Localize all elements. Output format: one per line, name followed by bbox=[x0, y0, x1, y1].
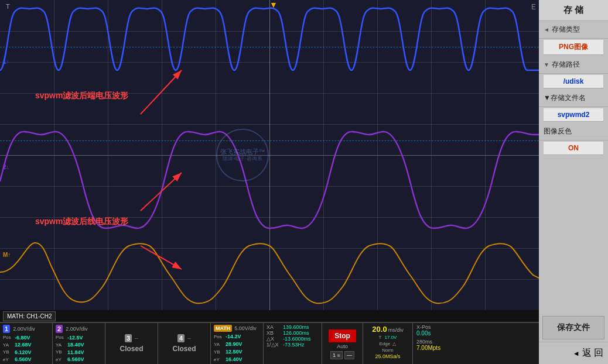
image-reverse-value: ON bbox=[544, 142, 603, 155]
xpos-value: 0.00s bbox=[416, 330, 450, 336]
timebase-unit: ms/div bbox=[388, 327, 404, 333]
ch1-wave-label: svpwm滤波后端电压波形 bbox=[35, 91, 128, 101]
ch2-ya-label: YA bbox=[56, 342, 66, 348]
ch3-number: 3 bbox=[125, 334, 132, 342]
freq-label: 1/△X bbox=[267, 342, 281, 348]
math-ya-value: 28.90V bbox=[226, 341, 242, 347]
ch2-yb-value: 11.84V bbox=[67, 349, 84, 355]
norm-label: Norm bbox=[382, 348, 394, 353]
xa-xb-section: XA 139.600ms XB 126.000ms △X -13.6000ms … bbox=[264, 323, 322, 364]
ch2-yb-label: YB bbox=[56, 349, 66, 355]
save-file-button[interactable]: 保存文件 bbox=[542, 316, 604, 339]
xb-value: 126.000ms bbox=[283, 330, 309, 336]
freq-value: -73.53Hz bbox=[283, 342, 305, 348]
ch1-ya-value: 12.68V bbox=[15, 342, 32, 348]
ch4-measurements: 4 -- Closed bbox=[158, 323, 211, 364]
delta-x-value: -13.6000ms bbox=[283, 336, 311, 342]
ch2-wave-label: svpwm滤波后线电压波形 bbox=[35, 217, 128, 227]
image-reverse-row[interactable]: 图像反色 bbox=[539, 123, 608, 140]
ch2-div: 2.00V/div bbox=[66, 326, 88, 332]
trigger-control: Stop Auto 1 = — bbox=[322, 323, 363, 364]
back-button[interactable]: ◄ 返 回 bbox=[539, 342, 608, 364]
watermark: 张飞实战电子™ 陈涛·电子·咨询系 bbox=[216, 129, 269, 181]
trigger-t-value: 17.0V bbox=[385, 335, 397, 340]
storage-path-label: 存储路径 bbox=[552, 60, 603, 70]
ch1-indicator: 1 = bbox=[330, 351, 343, 359]
ch1-number: 1 bbox=[3, 325, 10, 333]
ch2-pos-value: -12.5V bbox=[67, 335, 83, 341]
ch3-closed: Closed bbox=[119, 345, 143, 353]
ch2-number: 2 bbox=[56, 325, 63, 333]
storage-type-arrow: ◄ bbox=[544, 26, 549, 33]
math-ye-label: eY bbox=[214, 357, 224, 362]
storage-filename-label: ▼存储文件名 bbox=[544, 93, 603, 103]
xa-label: XA bbox=[267, 324, 281, 330]
storage-path-row[interactable]: ▼ 存储路径 bbox=[539, 56, 608, 74]
math-pos-label: Pos bbox=[214, 334, 224, 339]
xpos-lower-value: 7.00Mpts bbox=[416, 345, 450, 351]
xpos-section: X-Pos 0.00s 280ms 7.00Mpts bbox=[413, 323, 454, 364]
ch2-measurements: 2 2.00V/div Pos -12.5V YA 18.40V YB 11.8… bbox=[53, 323, 105, 364]
ch1-ye-label: eY bbox=[3, 357, 13, 362]
scope-screen: ▼ T E svpwm滤波后端电压波形 svpwm滤波后线电压波形 张飞实战电子… bbox=[0, 0, 539, 310]
ch4-number: 4 bbox=[177, 334, 185, 342]
xa-value: 139.600ms bbox=[283, 324, 309, 330]
ch1-ya-label: YA bbox=[3, 342, 13, 348]
rp-title: 存 储 bbox=[539, 0, 608, 21]
trigger-arrow-indicator: ▼ bbox=[269, 0, 278, 9]
e-corner: E bbox=[531, 3, 536, 11]
ch1-pos-label: Pos bbox=[3, 335, 13, 340]
storage-type-value: PNG图像 bbox=[544, 40, 603, 55]
storage-type-row[interactable]: ◄ 存储类型 bbox=[539, 21, 608, 39]
ch1-position-marker: 1↑ bbox=[3, 59, 9, 65]
delta-x-label: △X bbox=[267, 336, 281, 342]
right-panel: 存 储 ◄ 存储类型 PNG图像 ▼ 存储路径 /udisk ▼存储文件名 sv… bbox=[539, 0, 608, 364]
svg-line-0 bbox=[141, 70, 182, 114]
ch1-yb-value: 6.120V bbox=[15, 349, 32, 355]
math-ye-value: 16.40V bbox=[226, 356, 242, 362]
image-reverse-label: 图像反色 bbox=[544, 126, 603, 136]
math-measurements: MATH 5.00V/div Pos -14.2V YA 28.90V YB 1… bbox=[211, 323, 264, 364]
ch1-div: 2.00V/div bbox=[13, 326, 35, 332]
ch4-closed: Closed bbox=[172, 345, 196, 353]
t-marker: T bbox=[6, 3, 10, 10]
math-number: MATH bbox=[214, 325, 232, 332]
timebase-value: 20.0 bbox=[372, 325, 387, 334]
ch2-indicator: — bbox=[344, 351, 354, 359]
measurement-bar: ZLG ® 1:1 1 2.00V/div Pos -6.80V YA 12.6… bbox=[0, 322, 608, 364]
ch2-ye-value: 6.560V bbox=[67, 356, 84, 362]
xpos-lower-label: 280ms bbox=[416, 339, 450, 345]
storage-path-arrow: ▼ bbox=[544, 61, 549, 68]
ch1-yb-label: YB bbox=[3, 349, 13, 355]
math-position-marker: M↑ bbox=[3, 252, 11, 258]
ch1-ye-value: 6.560V bbox=[15, 356, 32, 362]
ch1-pos-value: -6.80V bbox=[15, 335, 30, 341]
svg-line-1 bbox=[141, 173, 182, 211]
svg-line-2 bbox=[141, 246, 182, 269]
storage-path-value: /udisk bbox=[544, 75, 603, 88]
math-label: MATH: CH1-CH2 bbox=[3, 311, 56, 321]
ch1-measurements: 1 2.00V/div Pos -6.80V YA 12.68V YB 6.12… bbox=[0, 323, 53, 364]
ch2-ya-value: 18.40V bbox=[67, 342, 84, 348]
math-div: 5.00V/div bbox=[234, 325, 257, 331]
waveform-layer bbox=[0, 0, 539, 310]
math-yb-value: 12.50V bbox=[226, 349, 242, 355]
ch2-pos-label: Pos bbox=[56, 335, 66, 340]
xb-label: XB bbox=[267, 330, 281, 336]
back-arrow: ◄ bbox=[573, 349, 580, 358]
auto-label: Auto bbox=[337, 344, 348, 349]
edge-label: Edge bbox=[380, 341, 391, 346]
status-bar: MATH: CH1-CH2 bbox=[0, 310, 539, 322]
ch2-position-marker: 2↓ bbox=[3, 164, 9, 170]
ch3-measurements: 3 -- Closed bbox=[105, 323, 158, 364]
ch2-ye-label: eY bbox=[56, 357, 66, 362]
storage-filename-row[interactable]: ▼存储文件名 bbox=[539, 90, 608, 107]
storage-type-label: 存储类型 bbox=[552, 25, 603, 35]
math-pos-value: -14.2V bbox=[226, 334, 241, 339]
stop-button[interactable]: Stop bbox=[329, 329, 356, 342]
back-label: 返 回 bbox=[582, 347, 603, 359]
trigger-t-label: T bbox=[379, 335, 382, 340]
storage-filename-value: svpwmd2 bbox=[544, 108, 603, 122]
math-ya-label: YA bbox=[214, 342, 224, 347]
math-yb-label: YB bbox=[214, 349, 224, 355]
